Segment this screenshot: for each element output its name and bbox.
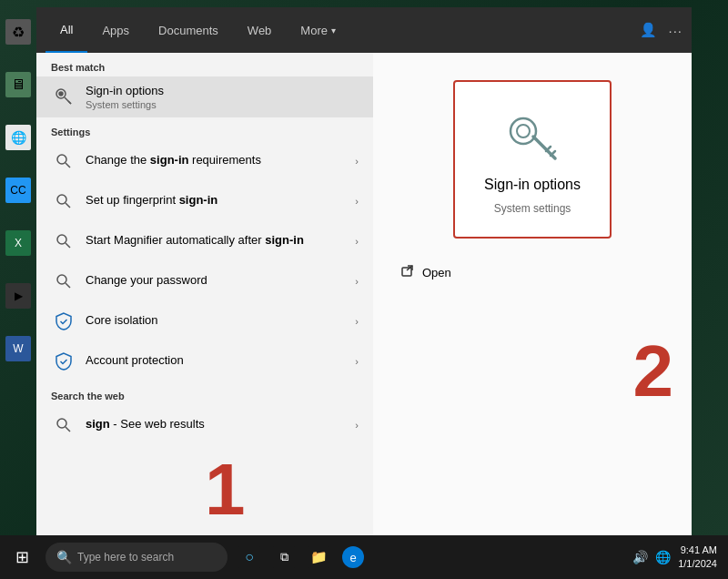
explorer-icon: 📁	[308, 546, 329, 568]
shield-icon-2	[51, 349, 76, 374]
detail-open-action[interactable]: Open	[391, 257, 673, 289]
settings-item-signin-req[interactable]: Change the sign-in requirements ›	[36, 141, 373, 181]
arrow-icon-6: ›	[355, 356, 359, 367]
chevron-down-icon: ▾	[331, 25, 336, 36]
cortana-icon: ○	[238, 546, 260, 568]
start-button[interactable]: ⊞	[4, 539, 40, 575]
search-icon-1	[51, 148, 76, 174]
arrow-icon-2: ›	[355, 196, 359, 207]
settings-item-2-title: Set up fingerprint sign-in	[86, 193, 348, 208]
arrow-icon-web: ›	[355, 420, 359, 431]
svg-line-7	[66, 203, 70, 208]
settings-item-magnifier[interactable]: Start Magnifier automatically after sign…	[36, 221, 373, 261]
edge-icon: e	[342, 546, 364, 568]
search-icon-3	[51, 229, 76, 254]
svg-rect-19	[402, 268, 411, 276]
svg-line-18	[551, 151, 555, 156]
taskview-icon: ⧉	[273, 546, 295, 568]
detail-panel: Sign-in options System settings Open	[373, 53, 692, 535]
search-web-query: sign - See web results	[86, 417, 348, 432]
best-match-title: Sign-in options	[86, 84, 359, 99]
svg-point-2	[59, 92, 63, 96]
settings-item-fingerprint[interactable]: Set up fingerprint sign-in ›	[36, 181, 373, 221]
taskbar-app-explorer[interactable]: 📁	[302, 539, 335, 575]
settings-item-password[interactable]: Change your password ›	[36, 261, 373, 301]
settings-item-6-title: Account protection	[86, 353, 348, 369]
start-menu: All Apps Documents Web More ▾ 👤 ···	[36, 7, 692, 535]
svg-point-10	[57, 275, 66, 284]
svg-point-14	[511, 118, 536, 144]
taskbar-search-icon: 🔍	[56, 550, 72, 564]
settings-item-5-title: Core isolation	[86, 313, 348, 329]
tab-all[interactable]: All	[46, 7, 87, 53]
best-match-text: Sign-in options System settings	[86, 84, 359, 110]
svg-point-12	[57, 419, 66, 428]
tab-documents[interactable]: Documents	[144, 7, 233, 53]
settings-item-1-title: Change the sign-in requirements	[86, 153, 348, 168]
taskbar-app-taskview[interactable]: ⧉	[268, 539, 300, 575]
header-icons: 👤 ···	[640, 22, 682, 38]
svg-point-4	[57, 155, 66, 164]
shield-icon-1	[51, 309, 76, 334]
search-icon-2	[51, 188, 76, 214]
best-match-label: Best match	[36, 53, 373, 76]
volume-icon[interactable]: 🔊	[632, 550, 648, 564]
detail-card: Sign-in options System settings	[453, 80, 612, 239]
svg-line-17	[546, 147, 551, 151]
desktop-icon-excel[interactable]: X	[2, 220, 35, 266]
taskbar-search-placeholder: Type here to search	[77, 551, 174, 564]
settings-item-core-isolation[interactable]: Core isolation ›	[36, 301, 373, 341]
svg-line-9	[66, 243, 70, 248]
detail-title: Sign-in options	[484, 177, 581, 193]
number-2-badge: 2	[633, 335, 674, 408]
svg-point-6	[57, 195, 66, 204]
best-match-item[interactable]: Sign-in options System settings	[36, 76, 373, 117]
search-web-label: Search the web	[36, 381, 373, 405]
desktop-icon-ccleaner[interactable]: CC	[2, 168, 35, 213]
main-content: Best match Sign-in options System settin…	[36, 53, 692, 535]
svg-line-13	[66, 427, 70, 432]
desktop-icon-this-pc[interactable]: 🖥	[2, 62, 35, 107]
taskbar-search-bar[interactable]: 🔍 Type here to search	[46, 543, 228, 572]
person-icon[interactable]: 👤	[640, 22, 657, 38]
arrow-icon-4: ›	[355, 276, 359, 287]
svg-point-15	[517, 125, 530, 137]
detail-open-label: Open	[422, 266, 451, 279]
best-match-subtitle: System settings	[86, 99, 359, 110]
desktop-icons-area: ♻ 🖥 🌐 CC X ▶ W	[0, 0, 36, 528]
desktop-icon-google-chrome[interactable]: 🌐	[2, 115, 35, 160]
svg-point-8	[57, 235, 66, 244]
search-tabs: All Apps Documents Web More ▾ 👤 ···	[36, 7, 692, 53]
desktop: ♻ 🖥 🌐 CC X ▶ W All Apps	[0, 0, 728, 579]
network-icon[interactable]: 🌐	[655, 550, 671, 564]
key-icon-large	[500, 104, 564, 168]
open-icon	[400, 264, 415, 281]
arrow-icon-3: ›	[355, 236, 359, 247]
taskbar-apps: ○ ⧉ 📁 e	[233, 539, 369, 575]
taskbar-app-cortana[interactable]: ○	[233, 539, 266, 575]
taskbar-right: 🔊 🌐 9:41 AM 1/1/2024	[632, 543, 724, 572]
date-display: 1/1/2024	[678, 557, 717, 571]
arrow-icon-1: ›	[355, 156, 359, 167]
tab-apps[interactable]: Apps	[87, 7, 144, 53]
tab-web[interactable]: Web	[233, 7, 287, 53]
desktop-icon-video[interactable]: ▶	[2, 273, 35, 319]
settings-item-account-protection[interactable]: Account protection ›	[36, 341, 373, 381]
web-search-icon	[51, 412, 76, 438]
search-web-item[interactable]: sign - See web results ›	[36, 405, 373, 445]
desktop-icon-recycle[interactable]: ♻	[2, 9, 35, 55]
desktop-icon-word[interactable]: W	[2, 326, 35, 371]
tab-more[interactable]: More ▾	[286, 7, 350, 53]
ellipsis-icon[interactable]: ···	[668, 23, 682, 38]
taskbar-app-edge[interactable]: e	[337, 539, 369, 575]
settings-label: Settings	[36, 117, 373, 141]
svg-line-11	[66, 283, 70, 288]
settings-item-3-title: Start Magnifier automatically after sign…	[86, 233, 348, 249]
taskbar-clock[interactable]: 9:41 AM 1/1/2024	[678, 543, 717, 572]
settings-item-4-title: Change your password	[86, 273, 348, 289]
taskbar: ⊞ 🔍 Type here to search ○ ⧉ 📁 e 🔊 🌐 9:4	[0, 535, 728, 579]
sign-in-options-icon	[51, 84, 76, 109]
number-1-badge: 1	[205, 453, 246, 526]
windows-icon: ⊞	[15, 547, 29, 567]
time-display: 9:41 AM	[678, 543, 717, 557]
